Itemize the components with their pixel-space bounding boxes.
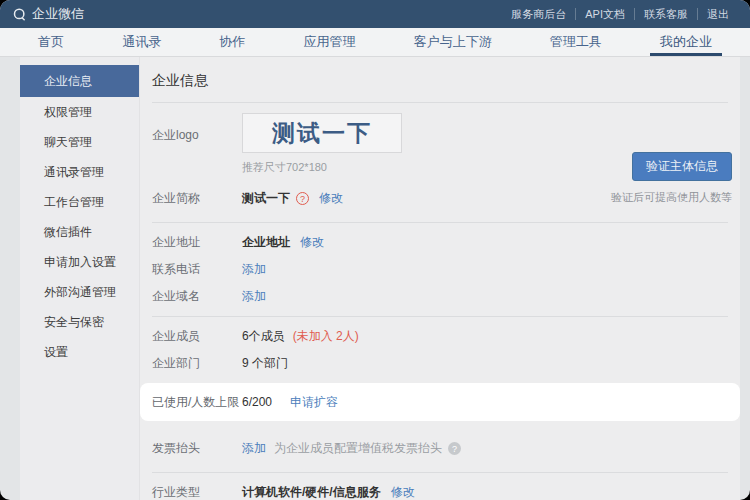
address-label: 企业地址 [152,234,242,251]
industry-section: 行业类型 计算机软件/硬件/信息服务 修改 员工规模 1-50人 修改 [140,473,740,500]
logo-size-hint: 推荐尺寸702*180 [242,160,402,175]
departments-value: 9 个部门 [242,355,288,372]
domain-add-link[interactable]: 添加 [242,288,266,305]
sidebar-item-settings[interactable]: 设置 [20,337,139,367]
contact-section: 企业地址 企业地址 修改 联系电话 添加 企业域名 添加 [140,223,740,316]
enterprise-logo-image[interactable]: 测试一下 [242,113,402,153]
topbar-links: 服务商后台 API文档 联系客服 退出 [502,8,738,20]
nav-tab-collaboration[interactable]: 协作 [213,28,251,56]
members-row: 企业成员 6个成员 (未加入 2人) [152,323,728,350]
sidebar-item-contacts-management[interactable]: 通讯录管理 [20,157,139,187]
members-label: 企业成员 [152,328,242,345]
departments-label: 企业部门 [152,355,242,372]
page-title: 企业信息 [140,57,740,102]
invoice-row: 发票抬头 添加 为企业成员配置增值税发票抬头 ? [152,435,728,462]
nav-tab-contacts[interactable]: 通讯录 [116,28,167,56]
phone-row: 联系电话 添加 [152,256,728,283]
domain-label: 企业域名 [152,288,242,305]
sidebar: 企业信息 权限管理 聊天管理 通讯录管理 工作台管理 微信插件 申请加入设置 外… [20,57,140,500]
topbar-link-api-docs[interactable]: API文档 [575,8,634,20]
address-row: 企业地址 企业地址 修改 [152,229,728,256]
brand: 企业微信 [12,5,84,23]
topbar-link-logout[interactable]: 退出 [697,8,738,20]
sidebar-item-enterprise-info[interactable]: 企业信息 [20,65,139,97]
industry-edit-link[interactable]: 修改 [391,484,415,500]
brand-label: 企业微信 [32,5,84,23]
sidebar-item-join-settings[interactable]: 申请加入设置 [20,247,139,277]
address-edit-link[interactable]: 修改 [300,234,324,251]
members-section: 企业成员 6个成员 (未加入 2人) 企业部门 9 个部门 [140,317,740,379]
topbar: 企业微信 服务商后台 API文档 联系客服 退出 [0,0,750,28]
app-window: 企业微信 服务商后台 API文档 联系客服 退出 首页 通讯录 协作 应用管理 … [0,0,750,500]
shortname-value: 测试一下 [242,190,290,207]
sidebar-item-security[interactable]: 安全与保密 [20,307,139,337]
main-content: 企业信息 企业logo 测试一下 推荐尺寸702*180 企业简称 测试一下 ?… [140,57,740,500]
enterprise-logo-label: 企业logo [152,113,242,175]
shortname-label: 企业简称 [152,190,242,207]
usage-limit-label: 已使用/人数上限 [152,394,242,411]
topbar-link-contact-support[interactable]: 联系客服 [634,8,697,20]
invoice-label: 发票抬头 [152,440,242,457]
question-icon[interactable]: ? [296,192,309,205]
info-icon[interactable]: ? [448,442,461,455]
wechat-work-logo-icon [12,7,27,22]
sidebar-item-wechat-plugin[interactable]: 微信插件 [20,217,139,247]
phone-label: 联系电话 [152,261,242,278]
invoice-description: 为企业成员配置增值税发票抬头 [274,440,442,457]
nav-tab-admin-tools[interactable]: 管理工具 [544,28,608,56]
members-value: 6个成员 [242,328,285,345]
address-value: 企业地址 [242,234,290,251]
usage-limit-highlight-row: 已使用/人数上限 6/200 申请扩容 [140,383,740,421]
members-not-joined-note: (未加入 2人) [293,328,359,345]
departments-row: 企业部门 9 个部门 [152,350,728,377]
invoice-add-link[interactable]: 添加 [242,440,266,457]
nav-tab-customers[interactable]: 客户与上下游 [408,28,498,56]
domain-row: 企业域名 添加 [152,283,728,310]
nav-tab-home[interactable]: 首页 [32,28,70,56]
main-nav: 首页 通讯录 协作 应用管理 客户与上下游 管理工具 我的企业 [0,28,750,57]
industry-row: 行业类型 计算机软件/硬件/信息服务 修改 [152,479,728,500]
usage-limit-value: 6/200 [242,395,272,409]
verify-subject-button[interactable]: 验证主体信息 [632,152,732,181]
industry-label: 行业类型 [152,484,242,500]
invoice-section: 发票抬头 添加 为企业成员配置增值税发票抬头 ? [140,425,740,472]
enterprise-logo-block: 测试一下 推荐尺寸702*180 [242,113,402,175]
industry-value: 计算机软件/硬件/信息服务 [242,484,381,500]
topbar-link-service-provider[interactable]: 服务商后台 [502,8,575,20]
nav-tab-my-enterprise[interactable]: 我的企业 [654,28,718,56]
phone-add-link[interactable]: 添加 [242,261,266,278]
verify-hint: 验证后可提高使用人数等 [611,190,732,205]
expand-capacity-link[interactable]: 申请扩容 [290,394,338,411]
page-body: 企业信息 权限管理 聊天管理 通讯录管理 工作台管理 微信插件 申请加入设置 外… [0,57,750,500]
verify-area: 验证主体信息 验证后可提高使用人数等 [611,152,732,205]
sidebar-item-permission-management[interactable]: 权限管理 [20,97,139,127]
shortname-edit-link[interactable]: 修改 [319,190,343,207]
sidebar-item-external-communication[interactable]: 外部沟通管理 [20,277,139,307]
sidebar-item-workbench-management[interactable]: 工作台管理 [20,187,139,217]
sidebar-item-chat-management[interactable]: 聊天管理 [20,127,139,157]
nav-tab-app-management[interactable]: 应用管理 [297,28,361,56]
